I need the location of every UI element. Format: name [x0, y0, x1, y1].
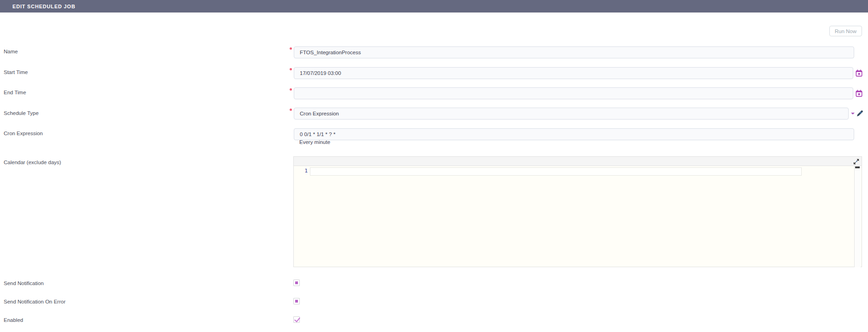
editor-line-number: 1: [301, 168, 308, 174]
scrollbar-thumb[interactable]: [855, 166, 860, 168]
end-time-label: End Time: [4, 90, 26, 95]
send-notification-on-error-checkbox[interactable]: [293, 298, 300, 304]
required-marker: [290, 47, 292, 50]
name-input[interactable]: [294, 46, 854, 58]
schedule-type-select[interactable]: [294, 108, 849, 120]
check-icon: [294, 316, 300, 322]
cron-expression-input[interactable]: [294, 128, 854, 140]
chevron-down-icon[interactable]: [851, 113, 855, 114]
editor-active-line[interactable]: [310, 167, 802, 176]
required-marker: [290, 68, 292, 70]
editor-scrollbar[interactable]: [854, 166, 861, 267]
enabled-label: Enabled: [4, 317, 23, 323]
calendar-exclude-days-editor[interactable]: 1: [293, 156, 862, 267]
end-time-input[interactable]: [294, 87, 853, 99]
expand-icon[interactable]: [853, 158, 859, 164]
calendar-icon[interactable]: [856, 69, 862, 77]
start-time-label: Start Time: [4, 69, 28, 75]
pencil-icon[interactable]: [856, 109, 864, 117]
checkbox-checked-mark: [295, 300, 298, 303]
send-notification-on-error-label: Send Notification On Error: [4, 299, 65, 304]
editor-toolbar: [294, 157, 862, 166]
start-time-input[interactable]: [294, 67, 853, 79]
checkbox-checked-mark: [295, 281, 298, 284]
required-marker: [290, 88, 292, 91]
run-now-button[interactable]: Run Now: [829, 26, 862, 36]
required-marker: [290, 109, 292, 111]
page-title: EDIT SCHEDULED JOB: [0, 4, 76, 9]
calendar-exclude-days-label: Calendar (exclude days): [4, 160, 61, 165]
schedule-type-label: Schedule Type: [4, 110, 39, 116]
send-notification-checkbox[interactable]: [293, 280, 300, 286]
editor-content-area[interactable]: 1: [294, 166, 862, 267]
name-label: Name: [4, 49, 18, 54]
cron-hint-text: Every minute: [299, 139, 330, 145]
enabled-checkbox[interactable]: [293, 316, 300, 323]
cron-expression-label: Cron Expression: [4, 131, 43, 136]
page-header: EDIT SCHEDULED JOB: [0, 0, 868, 13]
calendar-icon[interactable]: [856, 90, 862, 97]
send-notification-label: Send Notification: [4, 280, 44, 286]
